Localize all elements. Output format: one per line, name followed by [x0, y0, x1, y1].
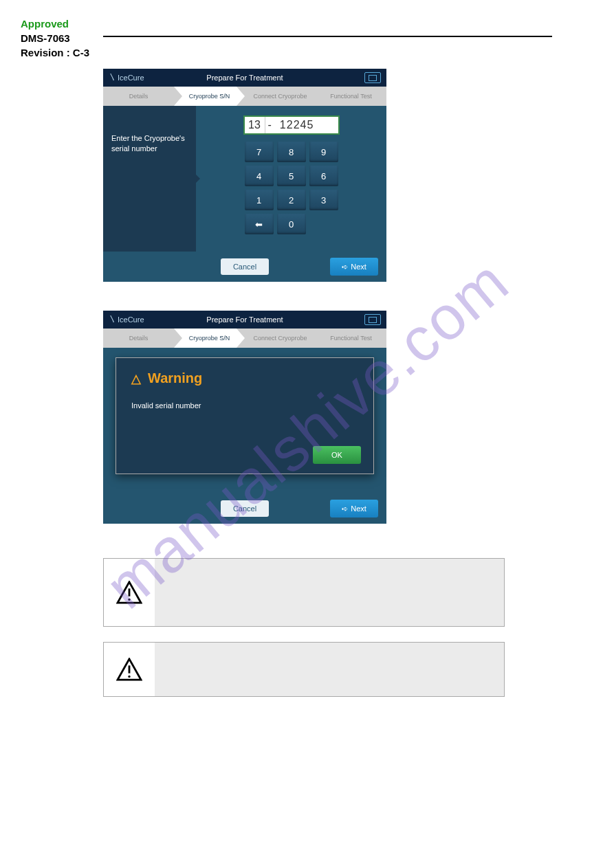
device-header: 〵IceCure Prepare For Treatment: [103, 69, 386, 87]
key-1[interactable]: 1: [245, 190, 274, 210]
next-label: Next: [351, 263, 366, 271]
step-functional-test[interactable]: Functional Test: [316, 87, 386, 106]
logo: 〵IceCure: [109, 74, 144, 82]
warning-triangle-icon: △: [131, 371, 141, 386]
body: △ Warning Invalid serial number OK: [103, 348, 386, 493]
key-3[interactable]: 3: [309, 190, 338, 210]
step-bar: Details Cryoprobe S/N Connect Cryoprobe …: [103, 329, 386, 348]
step-details[interactable]: Details: [103, 87, 174, 106]
key-4[interactable]: 4: [245, 166, 274, 186]
screenshot-serial-entry: 〵IceCure Prepare For Treatment Details C…: [103, 69, 386, 282]
header-rule: [103, 36, 552, 37]
screenshot-warning: 〵IceCure Prepare For Treatment Details C…: [103, 311, 386, 524]
logo: 〵IceCure: [109, 315, 144, 324]
serial-display[interactable]: 13 - 12245: [243, 115, 340, 135]
cancel-button[interactable]: Cancel: [221, 258, 269, 275]
key-2[interactable]: 2: [277, 190, 306, 210]
step-connect[interactable]: Connect Cryoprobe: [245, 87, 316, 106]
step-bar: Details Cryoprobe S/N Connect Cryoprobe …: [103, 87, 386, 106]
next-arrow-icon: ➪: [342, 263, 348, 271]
step-connect[interactable]: Connect Cryoprobe: [245, 329, 316, 348]
sn-prefix: 13: [245, 117, 265, 133]
step-cryoprobe-sn[interactable]: Cryoprobe S/N: [174, 329, 245, 348]
key-6[interactable]: 6: [309, 166, 338, 186]
warning-dialog: △ Warning Invalid serial number OK: [116, 357, 374, 474]
caution-box: [103, 642, 505, 697]
key-7[interactable]: 7: [245, 142, 274, 162]
prompt-panel: Enter the Cryoprobe's serial number: [103, 106, 196, 252]
caution-triangle-icon: [116, 581, 142, 604]
next-button[interactable]: ➪ Next: [330, 500, 378, 518]
next-arrow-icon: ➪: [342, 504, 348, 513]
prompt-text: Enter the Cryoprobe's serial number: [111, 133, 188, 155]
body: Enter the Cryoprobe's serial number 13 -…: [103, 106, 386, 252]
sn-value: 12245: [274, 119, 314, 131]
card-icon[interactable]: [364, 314, 381, 325]
approved-label: Approved: [21, 16, 89, 31]
next-button[interactable]: ➪ Next: [330, 258, 378, 276]
key-0[interactable]: 0: [277, 214, 306, 234]
key-9[interactable]: 9: [309, 142, 338, 162]
cancel-button[interactable]: Cancel: [221, 500, 269, 517]
warning-message: Invalid serial number: [131, 401, 358, 410]
keypad-panel: 13 - 12245 7 8 9 4 5 6 1 2 3 ⬅ 0: [196, 106, 386, 252]
sn-separator: -: [265, 119, 274, 131]
caution-box: [103, 558, 505, 627]
card-icon[interactable]: [364, 72, 381, 83]
screen-title: Prepare For Treatment: [206, 74, 283, 82]
device-header: 〵IceCure Prepare For Treatment: [103, 311, 386, 329]
footer: Cancel ➪ Next: [103, 493, 386, 524]
footer: Cancel ➪ Next: [103, 252, 386, 282]
svg-point-3: [128, 676, 130, 678]
key-8[interactable]: 8: [277, 142, 306, 162]
ok-button[interactable]: OK: [313, 446, 361, 464]
key-backspace[interactable]: ⬅: [245, 214, 274, 234]
caution-triangle-icon: [116, 658, 142, 681]
step-functional-test[interactable]: Functional Test: [316, 329, 386, 348]
warning-title: △ Warning: [131, 370, 358, 386]
caution-icon-cell: [104, 643, 155, 696]
caution-icon-cell: [104, 559, 155, 626]
doc-number: DMS-7063: [21, 31, 89, 45]
next-label: Next: [351, 504, 366, 513]
doc-header: Approved DMS-7063 Revision : C-3: [21, 16, 89, 60]
key-5[interactable]: 5: [277, 166, 306, 186]
step-cryoprobe-sn[interactable]: Cryoprobe S/N: [174, 87, 245, 106]
keypad: 7 8 9 4 5 6 1 2 3 ⬅ 0: [245, 142, 338, 234]
step-details[interactable]: Details: [103, 329, 174, 348]
revision-label: Revision : C-3: [21, 45, 89, 60]
screen-title: Prepare For Treatment: [206, 315, 283, 324]
svg-point-1: [128, 599, 130, 601]
